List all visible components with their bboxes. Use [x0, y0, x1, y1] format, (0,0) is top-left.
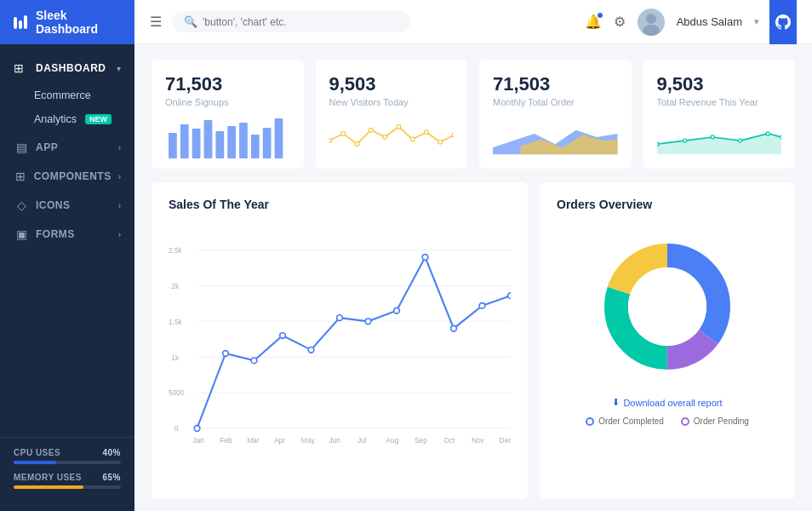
sub-items: Ecommerce Analytics NEW: [0, 83, 134, 131]
svg-rect-8: [239, 123, 248, 158]
svg-point-15: [369, 128, 373, 132]
svg-text:1.5k: 1.5k: [169, 318, 183, 326]
app-icon: ▤: [14, 141, 29, 154]
svg-point-44: [223, 351, 229, 357]
legend-dot-completed: [586, 417, 594, 426]
stat-chart-line-green: [657, 116, 782, 158]
svg-point-51: [422, 255, 428, 261]
chevron-right-icon: ›: [118, 172, 121, 181]
stat-label: New Visitors Today: [329, 97, 455, 107]
sidebar-item-analytics[interactable]: Analytics NEW: [34, 107, 134, 131]
svg-point-43: [194, 426, 200, 432]
sidebar-item-dashboard[interactable]: ⊞ DASHBOARD ▾: [0, 53, 134, 83]
svg-text:0: 0: [174, 424, 179, 433]
search-box[interactable]: 🔍: [172, 11, 410, 32]
sidebar-item-forms[interactable]: ▣ FORMS ›: [0, 220, 134, 249]
svg-point-21: [452, 133, 454, 137]
svg-text:5000: 5000: [169, 388, 185, 397]
svg-point-19: [424, 130, 428, 135]
svg-point-16: [382, 135, 386, 140]
svg-point-13: [340, 131, 345, 135]
avatar: [638, 9, 665, 36]
forms-label: FORMS: [36, 228, 75, 240]
dashboard-label: DASHBOARD: [36, 62, 110, 74]
chevron-down-icon: ▾: [117, 64, 121, 73]
notification-dot: [597, 12, 603, 19]
svg-text:Sep: Sep: [415, 436, 427, 445]
svg-point-49: [365, 319, 371, 324]
svg-point-50: [394, 307, 400, 313]
chevron-right-icon: ›: [118, 230, 121, 239]
download-link[interactable]: ⬇ Download overall report: [612, 397, 722, 408]
logo-title: Sleek Dashboard: [36, 9, 121, 36]
stat-card-revenue: 9,503 Total Revenue This Year: [643, 60, 796, 169]
svg-text:Jan: Jan: [192, 436, 204, 445]
svg-rect-7: [227, 126, 236, 158]
charts-row: Sales Of The Year 2.5k 2k 1.5k 1k 5000 0: [152, 182, 795, 499]
svg-point-26: [683, 139, 686, 142]
sidebar-item-ecommerce[interactable]: Ecommerce: [34, 83, 134, 107]
donut-container: ⬇ Download overall report Order Complete…: [557, 221, 778, 426]
dashboard-icon: ⊞: [14, 61, 29, 75]
sidebar-logo: Sleek Dashboard: [0, 0, 134, 44]
sidebar-item-components[interactable]: ⊞ COMPONENTS ›: [0, 162, 134, 191]
svg-point-29: [766, 132, 769, 135]
stat-value: 9,503: [657, 73, 782, 95]
app-label: APP: [36, 141, 58, 153]
svg-text:2k: 2k: [171, 282, 180, 290]
user-name: Abdus Salam: [677, 15, 742, 28]
main-content: ☰ 🔍 🔔 ⚙ Abdus Salam ▾: [134, 0, 812, 511]
svg-text:Apr: Apr: [274, 436, 285, 445]
chevron-down-icon[interactable]: ▾: [754, 16, 759, 27]
svg-point-53: [479, 303, 485, 309]
svg-point-30: [780, 135, 781, 139]
svg-point-17: [396, 124, 400, 129]
svg-point-12: [329, 139, 331, 143]
chevron-right-icon: ›: [118, 201, 121, 210]
stat-value: 9,503: [329, 73, 455, 95]
svg-text:1k: 1k: [171, 353, 180, 362]
hamburger-icon[interactable]: ☰: [150, 14, 162, 30]
chevron-right-icon: ›: [118, 143, 121, 152]
stat-chart-area: [493, 116, 618, 158]
settings-icon[interactable]: ⚙: [614, 14, 626, 30]
svg-point-54: [508, 293, 511, 299]
stat-chart-line-yellow: [329, 116, 455, 158]
donut-chart: [591, 230, 744, 383]
header-right: 🔔 ⚙ Abdus Salam ▾: [585, 9, 759, 36]
cpu-pct: 40%: [102, 448, 121, 457]
svg-rect-6: [215, 131, 224, 158]
svg-rect-11: [275, 118, 283, 158]
legend-label-pending: Order Pending: [694, 416, 749, 426]
sidebar-item-app[interactable]: ▤ APP ›: [0, 133, 134, 162]
svg-point-47: [308, 347, 314, 353]
cpu-label: CPU USES: [14, 448, 60, 457]
legend-label-completed: Order Completed: [598, 416, 664, 426]
sales-line-chart: 2.5k 2k 1.5k 1k 5000 0: [169, 221, 511, 485]
stat-value: 71,503: [165, 73, 290, 95]
svg-text:Oct: Oct: [443, 436, 455, 445]
search-input[interactable]: [203, 16, 398, 28]
svg-point-18: [410, 137, 415, 141]
svg-rect-9: [251, 135, 260, 158]
sub-item-label: Ecommerce: [34, 89, 91, 101]
memory-label: MEMORY USES: [14, 473, 82, 482]
svg-point-20: [437, 140, 442, 144]
header: ☰ 🔍 🔔 ⚙ Abdus Salam ▾: [134, 0, 812, 44]
svg-text:May: May: [301, 436, 316, 445]
svg-rect-10: [263, 128, 272, 158]
svg-point-28: [738, 139, 741, 142]
stat-card-signups: 71,503 Online Signups: [152, 60, 304, 169]
components-label: COMPONENTS: [34, 170, 112, 182]
svg-text:Feb: Feb: [220, 436, 232, 445]
github-badge[interactable]: [769, 0, 797, 44]
sales-chart-card: Sales Of The Year 2.5k 2k 1.5k 1k 5000 0: [152, 182, 528, 499]
sidebar-item-icons[interactable]: ◇ ICONS ›: [0, 191, 134, 220]
svg-rect-2: [169, 133, 177, 158]
svg-marker-24: [657, 134, 782, 154]
notification-icon[interactable]: 🔔: [585, 14, 602, 30]
svg-point-46: [280, 333, 286, 339]
sub-item-label: Analytics: [34, 113, 77, 125]
orders-overview-card: Orders Overview ⬇ Download overall repor…: [540, 182, 795, 499]
svg-text:Nov: Nov: [472, 436, 485, 445]
